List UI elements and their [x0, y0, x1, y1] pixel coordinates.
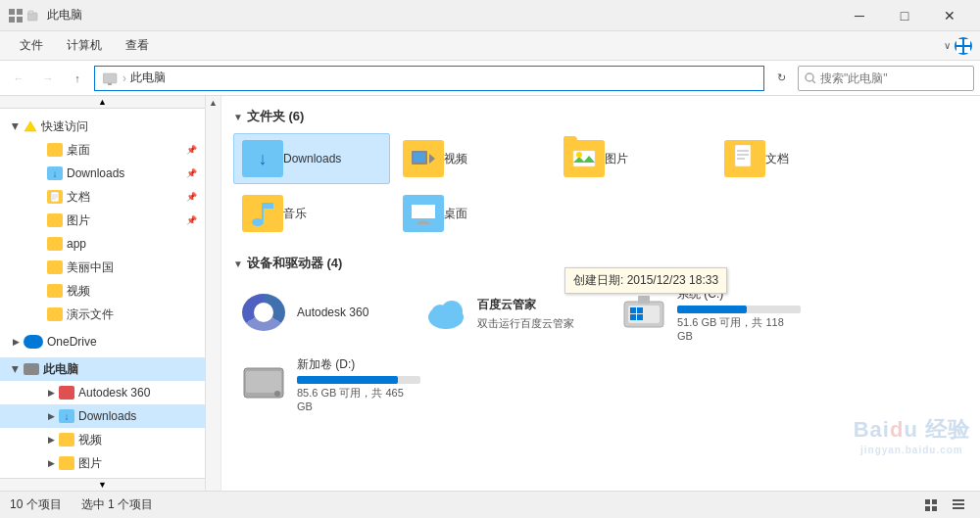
- video-icon-sidebar-pc: [59, 433, 74, 447]
- sidebar-item-pictures-quick[interactable]: 图片 📌: [0, 209, 205, 232]
- svg-rect-1: [17, 9, 23, 15]
- close-button[interactable]: ✕: [927, 0, 972, 31]
- video-folder-icon-sm: [47, 284, 63, 298]
- svg-rect-6: [956, 39, 962, 45]
- devices-expand-arrow: ▼: [233, 259, 243, 269]
- folder-item-pictures[interactable]: 图片: [555, 133, 711, 184]
- expand-arrow-video-pc: ▶: [43, 432, 59, 447]
- sidebar-quick-access-header[interactable]: ▶ 快速访问: [0, 115, 205, 138]
- tooltip-text: 创建日期: 2015/12/23 18:33: [573, 273, 718, 287]
- up-button[interactable]: ↑: [65, 66, 90, 91]
- expand-arrow-pictures: [31, 212, 47, 228]
- devices-grid: Autodesk 360 百度云管家: [233, 280, 968, 417]
- sidebar-item-pics-pc[interactable]: ▶ 图片: [0, 451, 205, 475]
- svg-point-50: [274, 391, 280, 397]
- view-details-button[interactable]: [947, 495, 970, 515]
- sidebar-label-video-quick: 视频: [67, 283, 90, 300]
- folders-section-title: 文件夹 (6): [247, 108, 305, 125]
- music-big-icon: [242, 195, 283, 232]
- back-button[interactable]: ←: [6, 66, 31, 91]
- expand-arrow-autodesk: ▶: [43, 385, 59, 400]
- search-input[interactable]: [820, 71, 967, 85]
- svg-point-25: [576, 152, 582, 158]
- pictures-big-icon: [564, 140, 605, 177]
- folder-item-video[interactable]: 视频: [394, 133, 551, 184]
- autodesk360-device-icon: [242, 294, 289, 333]
- forward-button[interactable]: →: [35, 66, 61, 91]
- pin-icon-pictures: 📌: [186, 215, 197, 225]
- folder-item-documents[interactable]: 文档: [715, 133, 872, 184]
- grid-cell-2: [932, 499, 937, 504]
- sidebar-label-downloads-quick: Downloads: [67, 166, 124, 180]
- sidebar-item-video-pc[interactable]: ▶ 视频: [0, 428, 205, 451]
- sidebar-label-app: app: [67, 237, 86, 251]
- svg-rect-11: [108, 83, 112, 85]
- expand-arrow-onedrive: ▶: [8, 334, 24, 350]
- autodesk-icon-sm: [59, 386, 74, 400]
- sidebar-item-app[interactable]: app: [0, 232, 205, 256]
- sidebar-item-autodesk[interactable]: ▶ Autodesk 360: [0, 381, 205, 404]
- list-line-2: [953, 503, 964, 505]
- minimize-button[interactable]: ─: [837, 0, 882, 31]
- autodesk-inner-circle: [254, 303, 273, 322]
- c-drive-bar-fill: [677, 306, 747, 313]
- svg-rect-34: [412, 205, 435, 218]
- menu-file[interactable]: 文件: [8, 33, 55, 58]
- sidebar-label-video-pc: 视频: [78, 432, 102, 448]
- svg-point-40: [430, 306, 462, 325]
- grid-cell-3: [925, 506, 930, 511]
- address-bar: ← → ↑ › 此电脑 ↻: [0, 61, 980, 96]
- menu-view[interactable]: 查看: [114, 33, 161, 58]
- sidebar-item-docs-pc[interactable]: ▶ 文档: [0, 475, 205, 477]
- c-drive-icon: [622, 294, 669, 333]
- list-line-1: [953, 499, 964, 501]
- pictures-inner-icon: [572, 149, 596, 168]
- svg-marker-21: [429, 154, 435, 164]
- status-right: [919, 495, 970, 515]
- refresh-button[interactable]: ↻: [768, 66, 794, 91]
- sidebar-item-meilichina[interactable]: 美丽中国: [0, 256, 205, 279]
- sidebar-label-pics-pc: 图片: [78, 455, 102, 472]
- sidebar-scroll-down[interactable]: ▼: [0, 478, 205, 491]
- sidebar-item-downloads-pc[interactable]: ▶ ↓ Downloads: [0, 404, 205, 428]
- sidebar-item-presentation[interactable]: 演示文件: [0, 303, 205, 326]
- folder-label-pictures: 图片: [605, 151, 628, 167]
- expand-arrow-downloads: [31, 165, 47, 181]
- sidebar-item-video-quick[interactable]: 视频: [0, 279, 205, 303]
- expand-arrow-meili: [31, 259, 47, 275]
- sidebar-item-downloads-quick[interactable]: ↓ Downloads 📌: [0, 162, 205, 185]
- content-scroll-up-btn[interactable]: ▲: [209, 98, 218, 108]
- device-autodesk360[interactable]: Autodesk 360: [233, 280, 410, 347]
- sidebar-wrapper: ▲ ▶ 快速访问 桌面 📌: [0, 96, 206, 491]
- desktop-folder-icon: [47, 143, 63, 157]
- sidebar-label-onedrive: OneDrive: [47, 335, 97, 349]
- svg-rect-2: [9, 17, 15, 23]
- maximize-button[interactable]: □: [882, 0, 927, 31]
- folder-item-downloads[interactable]: ↓ Downloads: [233, 133, 390, 184]
- documents-inner-icon: [734, 145, 756, 172]
- expand-arrow-documents: [31, 189, 47, 205]
- search-icon: [805, 72, 816, 84]
- expand-arrow-downloads-pc: ▶: [43, 408, 59, 424]
- menu-computer[interactable]: 计算机: [55, 33, 114, 58]
- svg-rect-5: [28, 11, 33, 14]
- sidebar-thispc-section: ▶ 此电脑 ▶ Autodesk 360 ▶ ↓ Downloads: [0, 355, 205, 477]
- list-view-icon: [953, 499, 964, 511]
- baiducloud-info: 百度云管家 双击运行百度云管家: [477, 297, 601, 331]
- device-d-drive[interactable]: 新加卷 (D:) 85.6 GB 可用，共 465 GB: [233, 351, 429, 417]
- view-large-icons-button[interactable]: [919, 495, 943, 515]
- sidebar-item-documents-quick[interactable]: 文档 📌: [0, 185, 205, 209]
- sidebar-item-desktop-quick[interactable]: 桌面 📌: [0, 138, 205, 162]
- svg-line-14: [812, 80, 815, 83]
- d-drive-svg: [242, 364, 285, 401]
- folder-item-music[interactable]: 音乐: [233, 188, 390, 239]
- menu-expand-icon[interactable]: ∨: [940, 40, 955, 51]
- sidebar-onedrive[interactable]: ▶ OneDrive: [0, 330, 205, 353]
- sidebar-thispc[interactable]: ▶ 此电脑: [0, 357, 205, 381]
- c-drive-space: 51.6 GB 可用，共 118 GB: [677, 315, 801, 342]
- pics-icon-sidebar-pc: [59, 456, 74, 470]
- folder-item-desktop[interactable]: 桌面: [394, 188, 551, 239]
- sidebar-scroll-up[interactable]: ▲: [0, 96, 205, 109]
- folders-section-header[interactable]: ▼ 文件夹 (6): [233, 108, 968, 125]
- address-path[interactable]: › 此电脑: [94, 66, 764, 91]
